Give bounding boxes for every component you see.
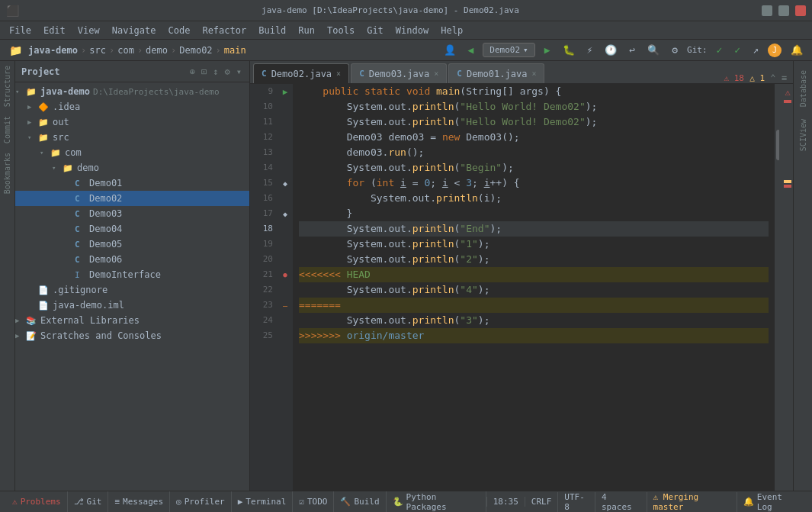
- tree-item-scratches[interactable]: ▶ 📝 Scratches and Consoles: [15, 328, 249, 343]
- tab-close-Demo03[interactable]: ×: [434, 69, 438, 78]
- gutter-17: ◆: [278, 206, 293, 221]
- status-line-ending[interactable]: CRLF: [525, 497, 558, 507]
- status-messages[interactable]: ≡ Messages: [108, 491, 170, 512]
- menu-window[interactable]: Window: [390, 24, 435, 37]
- tree-item-out[interactable]: ▶ 📁 out: [15, 114, 249, 130]
- breadcrumb-src[interactable]: src: [89, 45, 106, 56]
- status-position[interactable]: 18:35: [486, 497, 525, 507]
- gutter-run-9[interactable]: ▶: [278, 84, 293, 99]
- menu-edit[interactable]: Edit: [37, 24, 72, 37]
- tab-close-Demo02[interactable]: ×: [336, 69, 341, 78]
- status-todo[interactable]: ☑ TODO: [293, 491, 334, 512]
- settings-button[interactable]: ⚙: [669, 43, 681, 57]
- notifications-icon[interactable]: 🔔: [788, 43, 806, 57]
- status-git-branch[interactable]: ⚠ Merging master: [647, 492, 737, 512]
- tab-Demo01[interactable]: C Demo01.java ×: [448, 63, 544, 83]
- status-charset[interactable]: UTF-8: [557, 492, 595, 512]
- status-indent[interactable]: 4 spaces: [595, 492, 647, 512]
- tree-item-java-demo[interactable]: ▾ 📁 java-demo D:\IdeaProjects\java-demo: [15, 84, 249, 99]
- tree-item-gitignore[interactable]: 📄 .gitignore: [15, 282, 249, 298]
- tree-collapse-icon[interactable]: ⊡: [200, 65, 208, 79]
- tree-item-src[interactable]: ▾ 📁 src: [15, 130, 249, 145]
- undo-button[interactable]: ↩: [626, 43, 638, 57]
- breadcrumb-project[interactable]: java-demo: [28, 45, 78, 56]
- tree-item-idea[interactable]: ▶ 🔶 .idea: [15, 99, 249, 114]
- menu-run[interactable]: Run: [292, 24, 321, 37]
- run-button[interactable]: ▶: [541, 43, 554, 57]
- menu-git[interactable]: Git: [361, 24, 390, 37]
- add-directory-icon[interactable]: ⊕: [188, 65, 197, 79]
- run-config[interactable]: Demo02 ▾: [483, 43, 534, 57]
- sidebar-item-database[interactable]: Database: [798, 64, 809, 113]
- menu-file[interactable]: File: [3, 24, 37, 37]
- sidebar-item-bookmarks[interactable]: Bookmarks: [0, 148, 14, 198]
- code-content[interactable]: public static void main(String[] args) {…: [293, 84, 775, 491]
- tree-item-demo[interactable]: ▾ 📁 demo: [15, 160, 249, 175]
- tab-Demo03[interactable]: C Demo03.java ×: [351, 63, 447, 83]
- left-sidebar-panel: Structure Commit Bookmarks: [0, 61, 15, 491]
- menu-navigate[interactable]: Navigate: [106, 24, 162, 37]
- tabs-right-controls: ⚠ 18 △ 1 ⌃ ≡: [724, 72, 790, 83]
- tree-item-Demo04[interactable]: C Demo04: [15, 221, 249, 237]
- git-check-icon[interactable]: ✓: [714, 43, 726, 57]
- search-button[interactable]: 🔍: [644, 43, 663, 57]
- tree-item-Demo01[interactable]: C Demo01: [15, 175, 249, 191]
- status-terminal[interactable]: ▶ Terminal: [232, 491, 294, 512]
- tree-item-Demo02[interactable]: C Demo02: [15, 191, 249, 206]
- menu-view[interactable]: View: [72, 24, 106, 37]
- line-num-15: 15: [255, 175, 273, 191]
- menu-refactor[interactable]: Refactor: [196, 24, 252, 37]
- coverage-button[interactable]: ⚡: [584, 43, 596, 57]
- status-profiler[interactable]: ◎ Profiler: [170, 491, 232, 512]
- terminal-icon: ▶: [238, 497, 243, 507]
- sidebar-item-structure[interactable]: Structure: [0, 61, 14, 111]
- status-git[interactable]: ⎇ Git: [68, 491, 109, 512]
- profiler-icon: ◎: [176, 497, 181, 507]
- minimize-button[interactable]: [762, 5, 772, 16]
- sidebar-item-sciview[interactable]: SCIView: [798, 113, 809, 157]
- menu-code[interactable]: Code: [162, 24, 197, 37]
- git-push-icon[interactable]: ↗: [749, 43, 762, 57]
- sort-icon[interactable]: ↕: [211, 65, 220, 79]
- tree-item-Demo05[interactable]: C Demo05: [15, 237, 249, 252]
- tree-item-extlib[interactable]: ▶ 📚 External Libraries: [15, 313, 249, 328]
- tree-item-com[interactable]: ▾ 📁 com: [15, 145, 249, 160]
- menu-tools[interactable]: Tools: [321, 24, 361, 37]
- tree-item-iml[interactable]: 📄 java-demo.iml: [15, 298, 249, 313]
- breadcrumb-method[interactable]: main: [224, 45, 246, 56]
- editor-scrollbar[interactable]: [775, 84, 782, 491]
- sidebar-item-scm[interactable]: Commit: [0, 111, 14, 148]
- gutter-18: [278, 221, 293, 237]
- menu-help[interactable]: Help: [435, 24, 469, 37]
- menu-build[interactable]: Build: [252, 24, 292, 37]
- more-tabs-icon[interactable]: ≡: [782, 72, 787, 83]
- code-line-25: >>>>>>> origin/master: [299, 328, 769, 343]
- demo-folder-icon: 📁: [63, 163, 75, 173]
- breadcrumb-demo[interactable]: demo: [146, 45, 168, 56]
- debug-button[interactable]: 🐛: [560, 43, 578, 57]
- status-problems[interactable]: ⚠ Problems: [6, 491, 68, 512]
- breadcrumb-com[interactable]: com: [117, 45, 134, 56]
- expand-editor-icon[interactable]: ⌃: [770, 72, 775, 83]
- avatar-icon[interactable]: J: [768, 43, 782, 57]
- maximize-button[interactable]: [778, 5, 789, 16]
- git-check2-icon[interactable]: ✓: [731, 43, 743, 57]
- status-build[interactable]: 🔨 Build: [334, 491, 386, 512]
- search-everywhere-icon[interactable]: 👤: [441, 43, 459, 57]
- tab-close-Demo01[interactable]: ×: [531, 69, 536, 78]
- profile-button[interactable]: 🕐: [602, 43, 620, 57]
- tree-item-DemoInterface[interactable]: I DemoInterface: [15, 267, 249, 282]
- status-event-log[interactable]: 🔔 Event Log: [737, 492, 806, 512]
- tree-item-Demo06[interactable]: C Demo06: [15, 252, 249, 267]
- profiler-label: Profiler: [185, 497, 225, 507]
- error-strip-top: ⚠: [782, 85, 793, 99]
- nav-back-icon[interactable]: ◀: [465, 43, 477, 57]
- panel-settings-icon[interactable]: ⚙: [223, 65, 232, 79]
- code-line-18: System.out.println("End");: [299, 221, 769, 237]
- panel-collapse-icon[interactable]: ▾: [235, 65, 243, 79]
- tab-Demo02[interactable]: C Demo02.java ×: [253, 63, 349, 83]
- close-button[interactable]: [795, 5, 806, 16]
- breadcrumb-class[interactable]: Demo02: [179, 45, 212, 56]
- tree-item-Demo03[interactable]: C Demo03: [15, 206, 249, 221]
- status-python[interactable]: 🐍 Python Packages: [387, 491, 486, 512]
